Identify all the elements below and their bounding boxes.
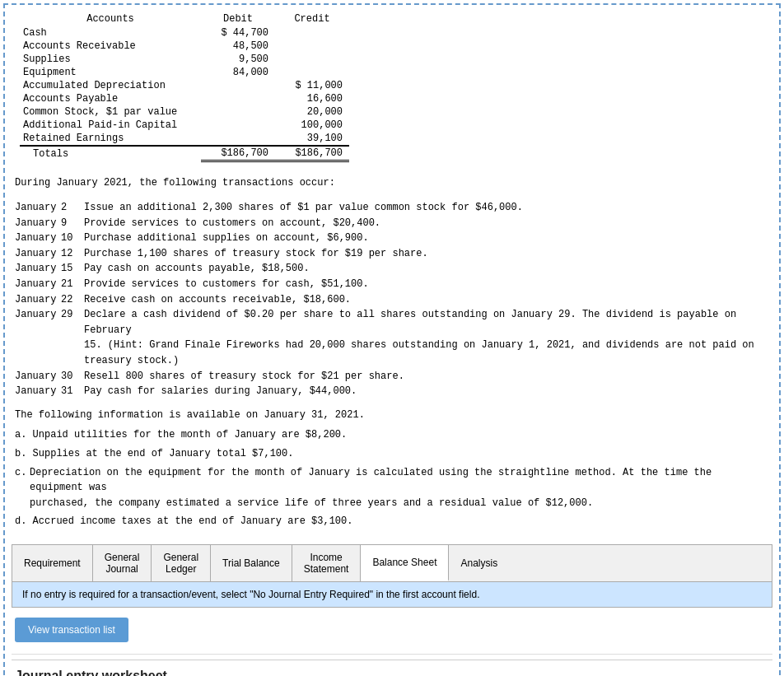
credit-amount (275, 53, 349, 66)
account-label: Cash (20, 26, 201, 40)
tx-month: January (15, 231, 61, 246)
tx-day: 2 (61, 200, 84, 216)
transaction-line: January21Provide services to customers f… (15, 277, 769, 292)
tx-text: Resell 800 shares of treasury stock for … (84, 369, 769, 385)
transaction-line: January29Declare a cash dividend of $0.2… (15, 307, 769, 368)
tab-trial-balance[interactable]: Trial Balance (211, 545, 292, 581)
credit-amount: $ 11,000 (275, 79, 349, 92)
divider (12, 654, 772, 655)
debit-amount: 84,000 (201, 66, 275, 79)
info-item: c. Depreciation on the equipment for the… (15, 465, 769, 511)
info-items-list: a. Unpaid utilities for the month of Jan… (15, 427, 769, 529)
tx-text: Provide services to customers for cash, … (84, 277, 769, 292)
tx-day: 10 (61, 231, 84, 246)
tab-general-journal[interactable]: GeneralJournal (93, 545, 152, 581)
tx-continuation: treasury stock.) (15, 353, 769, 369)
account-label: Supplies (20, 53, 201, 66)
transaction-line: January10Purchase additional supplies on… (15, 231, 769, 246)
info-item: a. Unpaid utilities for the month of Jan… (15, 427, 769, 443)
tx-text: Purchase additional supplies on account,… (84, 231, 769, 246)
page-container: Accounts Debit Credit Cash$ 44,700Accoun… (3, 3, 781, 676)
transaction-line: January15Pay cash on accounts payable, $… (15, 261, 769, 277)
narrative-intro-text: During January 2021, the following trans… (15, 175, 769, 190)
tx-day: 12 (61, 246, 84, 262)
tx-day: 31 (61, 384, 84, 399)
credit-amount: 16,600 (275, 92, 349, 105)
debit-amount (201, 92, 275, 105)
transaction-line: January12Purchase 1,100 shares of treasu… (15, 246, 769, 262)
tx-text: Pay cash on accounts payable, $18,500. (84, 261, 769, 277)
tx-month: January (15, 277, 61, 292)
tx-day: 21 (61, 277, 84, 292)
debit-amount (201, 119, 275, 132)
tx-text: Provide services to customers on account… (84, 216, 769, 231)
transactions-section: January2Issue an additional 2,300 shares… (15, 200, 769, 399)
tx-day: 29 (61, 307, 84, 338)
info-banner-text: If no entry is required for a transactio… (22, 589, 479, 600)
debit-amount (201, 79, 275, 92)
info-item-text: Depreciation on the equipment for the mo… (30, 465, 769, 511)
additional-info-intro: The following information is available o… (15, 408, 769, 423)
narrative-intro: During January 2021, the following trans… (15, 175, 769, 190)
credit-header: Credit (275, 12, 349, 26)
tx-text: Receive cash on accounts receivable, $18… (84, 292, 769, 308)
debit-amount (201, 105, 275, 119)
trial-balance-section: Accounts Debit Credit Cash$ 44,700Accoun… (12, 12, 772, 162)
tab-general-ledger[interactable]: GeneralLedger (152, 545, 211, 581)
tx-day: 9 (61, 216, 84, 231)
debit-amount: $186,700 (201, 146, 275, 161)
tx-month: January (15, 369, 61, 385)
credit-amount: $186,700 (275, 146, 349, 161)
info-item-label: c. (15, 465, 30, 511)
tab-income-statement[interactable]: IncomeStatement (292, 545, 362, 581)
account-label: Totals (20, 146, 201, 161)
credit-amount: 20,000 (275, 105, 349, 119)
info-banner: If no entry is required for a transactio… (12, 581, 772, 608)
tx-month: January (15, 200, 61, 216)
tx-day: 22 (61, 292, 84, 308)
tx-text: Purchase 1,100 shares of treasury stock … (84, 246, 769, 262)
credit-amount (275, 40, 349, 53)
debit-amount: 48,500 (201, 40, 275, 53)
account-label: Accounts Payable (20, 92, 201, 105)
tx-day: 30 (61, 369, 84, 385)
credit-amount: 39,100 (275, 132, 349, 146)
account-label: Equipment (20, 66, 201, 79)
tab-analysis[interactable]: Analysis (449, 545, 509, 581)
additional-info-section: The following information is available o… (15, 408, 769, 529)
transaction-line: January2Issue an additional 2,300 shares… (15, 200, 769, 216)
worksheet-title: Journal entry worksheet (12, 669, 772, 676)
account-label: Retained Earnings (20, 132, 201, 146)
transaction-line: January31Pay cash for salaries during Ja… (15, 384, 769, 399)
transaction-line: January30Resell 800 shares of treasury s… (15, 369, 769, 385)
credit-amount: 100,000 (275, 119, 349, 132)
account-label: Additional Paid-in Capital (20, 119, 201, 132)
debit-amount: 9,500 (201, 53, 275, 66)
tx-month: January (15, 246, 61, 262)
worksheet-section: Journal entry worksheet (12, 660, 772, 676)
credit-amount (275, 66, 349, 79)
trial-balance-table: Accounts Debit Credit Cash$ 44,700Accoun… (20, 12, 349, 162)
tx-day: 15 (61, 261, 84, 277)
debit-amount (201, 132, 275, 146)
account-label: Accounts Receivable (20, 40, 201, 53)
account-label: Common Stock, $1 par value (20, 105, 201, 119)
tx-text: Declare a cash dividend of $0.20 per sha… (84, 307, 769, 338)
credit-amount (275, 26, 349, 40)
tabs-container: RequirementGeneralJournalGeneralLedgerTr… (12, 544, 772, 581)
info-item: b. Supplies at the end of January total … (15, 446, 769, 462)
account-label: Accumulated Depreciation (20, 79, 201, 92)
view-transaction-list-button[interactable]: View transaction list (15, 618, 128, 642)
tx-month: January (15, 384, 61, 399)
debit-header: Debit (201, 12, 275, 26)
transaction-line: January9Provide services to customers on… (15, 216, 769, 231)
debit-amount: $ 44,700 (201, 26, 275, 40)
tx-month: January (15, 307, 61, 338)
tab-balance-sheet[interactable]: Balance Sheet (361, 545, 449, 581)
transaction-line: January22Receive cash on accounts receiv… (15, 292, 769, 308)
tab-requirement[interactable]: Requirement (12, 545, 93, 581)
tx-month: January (15, 216, 61, 231)
accounts-header: Accounts (20, 12, 201, 26)
info-item: d. Accrued income taxes at the end of Ja… (15, 514, 769, 529)
tx-month: January (15, 292, 61, 308)
